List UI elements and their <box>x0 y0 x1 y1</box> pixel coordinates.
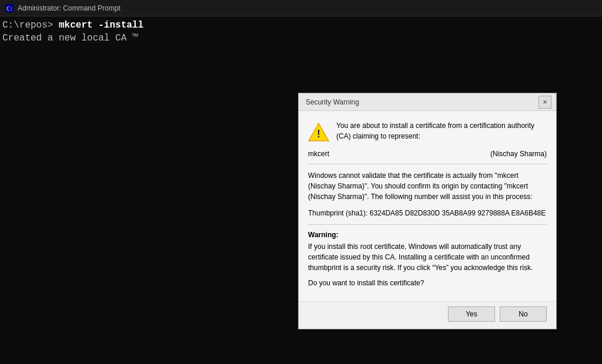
dialog-close-button[interactable]: × <box>539 96 551 109</box>
title-bar-text: Administrator: Command Prompt <box>18 4 121 12</box>
cert-info: mkcert (Nischay Sharma) <box>308 150 547 158</box>
cert-issuer: (Nischay Sharma) <box>490 150 547 158</box>
svg-text:C:: C: <box>6 6 13 12</box>
thumbprint-label: Thumbprint (sha1): <box>308 209 367 217</box>
svg-text:!: ! <box>317 128 320 140</box>
warning-label: Warning: <box>308 231 547 239</box>
dialog-titlebar: Security Warning × <box>299 93 556 111</box>
separator-2 <box>308 224 547 225</box>
warning-text: You are about to install a certificate f… <box>336 120 547 141</box>
warning-header: ! You are about to install a certificate… <box>308 120 547 143</box>
cmd-icon: C: <box>5 4 14 13</box>
validation-text: Windows cannot validate that the certifi… <box>308 170 547 202</box>
yes-button[interactable]: Yes <box>448 306 495 322</box>
security-dialog: Security Warning × ! You are about to in… <box>298 93 557 329</box>
title-bar: C: Administrator: Command Prompt <box>0 0 602 16</box>
thumbprint-value: 6324DA85 D82D830D 35AB8A99 9279888A E8A6… <box>370 209 546 217</box>
output-line-1: Created a new local CA ™ <box>2 33 138 43</box>
prompt-1: C:\repos> mkcert -install <box>2 20 143 31</box>
no-button[interactable]: No <box>500 306 547 322</box>
dialog-footer: Yes No <box>299 301 556 329</box>
cert-name-row: mkcert (Nischay Sharma) <box>308 150 547 158</box>
cert-name: mkcert <box>308 150 329 158</box>
separator-1 <box>308 164 547 164</box>
warning-detail: If you install this root certificate, Wi… <box>308 241 547 273</box>
terminal-line-1: C:\repos> mkcert -install <box>2 19 600 32</box>
warning-icon: ! <box>308 122 329 143</box>
thumbprint-text: Thumbprint (sha1): 6324DA85 D82D830D 35A… <box>308 208 547 218</box>
dialog-title: Security Warning <box>306 98 359 106</box>
dialog-body: ! You are about to install a certificate… <box>299 111 556 301</box>
install-question: Do you want to install this certificate? <box>308 279 547 287</box>
command-1: mkcert -install <box>59 20 143 31</box>
terminal-line-2: Created a new local CA ™ <box>2 32 600 45</box>
